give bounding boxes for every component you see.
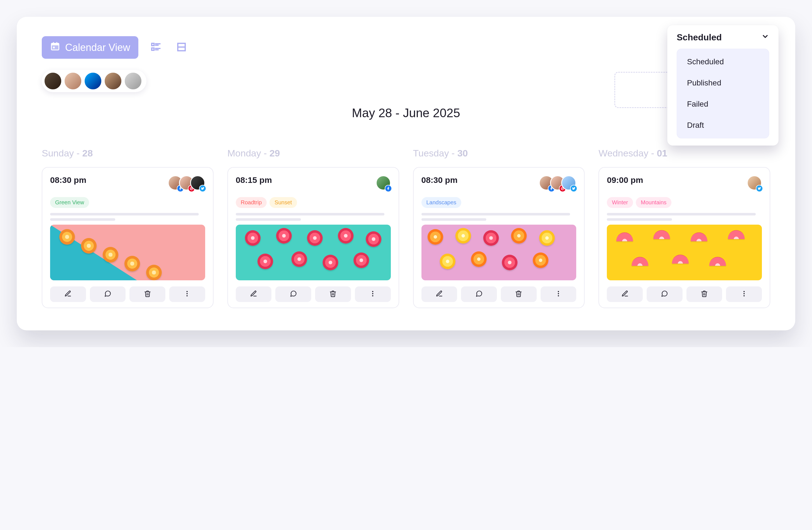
svg-point-15 <box>187 293 188 294</box>
delete-button[interactable] <box>129 286 165 302</box>
svg-rect-6 <box>152 43 154 45</box>
post-avatar[interactable] <box>376 175 391 190</box>
delete-button[interactable] <box>501 286 537 302</box>
more-button[interactable] <box>726 286 762 302</box>
post-card[interactable]: 08:15 pm RoadtripSunset <box>228 167 399 308</box>
view-switcher: Calendar View <box>42 36 770 59</box>
post-card[interactable]: 08:30 pm Green View <box>42 167 214 308</box>
day-header: Monday - 29 <box>228 148 399 159</box>
post-time: 08:15 pm <box>236 175 272 185</box>
edit-button[interactable] <box>421 286 458 302</box>
post-thumbnail <box>50 225 205 280</box>
more-button[interactable] <box>169 286 205 302</box>
edit-button[interactable] <box>236 286 272 302</box>
avatar[interactable] <box>124 72 142 90</box>
twitter-icon <box>199 185 206 192</box>
delete-button[interactable] <box>315 286 351 302</box>
avatar[interactable] <box>44 72 62 90</box>
trash-icon <box>701 290 708 298</box>
svg-point-23 <box>743 291 744 292</box>
tag[interactable]: Landscapes <box>421 197 462 208</box>
post-avatar[interactable] <box>190 175 205 190</box>
post-actions <box>607 286 762 302</box>
status-option-failed[interactable]: Failed <box>677 94 769 115</box>
more-button[interactable] <box>540 286 577 302</box>
post-avatars <box>168 175 205 190</box>
tag[interactable]: Sunset <box>270 197 297 208</box>
avatar[interactable] <box>64 72 82 90</box>
post-text-placeholder <box>421 213 577 221</box>
avatar[interactable] <box>104 72 122 90</box>
delete-button[interactable] <box>686 286 722 302</box>
chevron-down-icon <box>762 32 769 43</box>
svg-rect-4 <box>57 42 57 44</box>
post-text-placeholder <box>236 213 391 221</box>
list-view-button[interactable] <box>148 40 164 56</box>
post-card[interactable]: 09:00 pm WinterMountains <box>598 167 770 308</box>
more-vertical-icon <box>184 290 191 298</box>
post-card[interactable]: 08:30 pm Landscapes <box>413 167 585 308</box>
team-avatars[interactable] <box>42 70 146 92</box>
tag[interactable]: Winter <box>607 197 633 208</box>
trash-icon <box>144 290 151 298</box>
day-weekday: Wednesday <box>598 148 648 158</box>
rows-icon <box>176 42 187 54</box>
comment-button[interactable] <box>90 286 126 302</box>
more-vertical-icon <box>555 290 562 298</box>
svg-point-20 <box>558 291 559 292</box>
svg-point-19 <box>372 295 373 296</box>
day-header: Sunday - 28 <box>42 148 214 159</box>
post-avatar[interactable] <box>561 175 576 190</box>
day-number: 29 <box>270 148 280 158</box>
tag[interactable]: Mountains <box>636 197 671 208</box>
comment-icon <box>476 290 483 298</box>
day-number: 28 <box>83 148 93 158</box>
edit-button[interactable] <box>50 286 86 302</box>
day-weekday: Tuesday <box>413 148 449 158</box>
avatar[interactable] <box>84 72 102 90</box>
post-tags: WinterMountains <box>607 197 762 208</box>
day-number: 01 <box>657 148 667 158</box>
tag[interactable]: Green View <box>50 197 89 208</box>
svg-point-18 <box>372 293 373 294</box>
calendar-icon <box>50 41 60 54</box>
calendar-view-button[interactable]: Calendar View <box>42 36 139 59</box>
svg-point-16 <box>187 295 188 296</box>
day-number: 30 <box>458 148 468 158</box>
day-columns: Sunday - 28 08:30 pm Green View <box>42 148 770 308</box>
tag[interactable]: Roadtrip <box>236 197 267 208</box>
feed-view-button[interactable] <box>173 40 190 56</box>
more-button[interactable] <box>355 286 391 302</box>
comment-button[interactable] <box>275 286 311 302</box>
status-option-scheduled[interactable]: Scheduled <box>677 51 769 72</box>
edit-icon <box>64 290 72 298</box>
post-avatars <box>747 175 762 190</box>
comment-icon <box>104 290 111 298</box>
status-option-published[interactable]: Published <box>677 72 769 94</box>
day-column: Sunday - 28 08:30 pm Green View <box>42 148 214 308</box>
edit-icon <box>621 290 628 298</box>
list-icon <box>150 42 161 54</box>
post-time: 08:30 pm <box>50 175 86 185</box>
day-column: Tuesday - 30 08:30 pm Landscapes <box>413 148 585 308</box>
day-column: Wednesday - 01 09:00 pm WinterMountains <box>598 148 770 308</box>
comment-button[interactable] <box>461 286 497 302</box>
status-filter-toggle[interactable]: Scheduled <box>677 32 769 43</box>
post-avatar[interactable] <box>747 175 762 190</box>
edit-icon <box>436 290 443 298</box>
status-option-draft[interactable]: Draft <box>677 115 769 136</box>
day-weekday: Monday <box>228 148 261 158</box>
app-window: Scheduled Scheduled Published Failed Dra… <box>17 17 795 330</box>
status-filter-selected: Scheduled <box>677 32 722 43</box>
svg-point-21 <box>558 293 559 294</box>
svg-point-25 <box>743 295 744 296</box>
edit-button[interactable] <box>607 286 643 302</box>
twitter-icon <box>756 185 763 192</box>
post-actions <box>236 286 391 302</box>
status-filter: Scheduled Scheduled Published Failed Dra… <box>667 25 779 146</box>
post-time: 09:00 pm <box>607 175 643 185</box>
svg-rect-3 <box>53 42 54 44</box>
trash-icon <box>329 290 336 298</box>
day-header: Tuesday - 30 <box>413 148 585 159</box>
comment-button[interactable] <box>647 286 683 302</box>
